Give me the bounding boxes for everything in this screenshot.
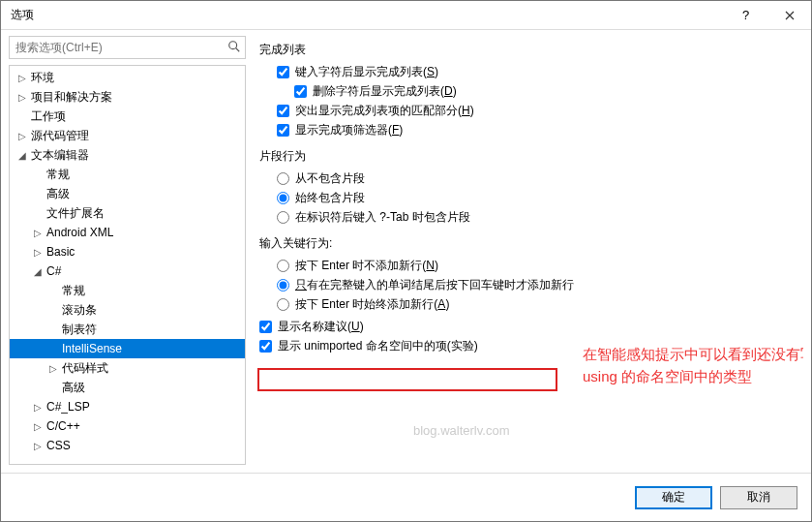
tree-node-label: 常规 xyxy=(60,283,85,299)
tree-node--[interactable]: ▷项目和解决方案 xyxy=(10,87,245,107)
radio[interactable] xyxy=(277,211,289,224)
opt-show-name-suggestions[interactable]: 显示名称建议(U) xyxy=(259,319,797,335)
tree-node-label: 高级 xyxy=(45,186,70,202)
radio-always-include[interactable]: 始终包含片段 xyxy=(277,190,797,206)
tree-node-label: 高级 xyxy=(60,380,85,396)
group-completion-list: 完成列表 xyxy=(259,42,797,58)
radio[interactable] xyxy=(277,298,289,311)
tree-node--[interactable]: ▷代码样式 xyxy=(10,358,245,378)
radio-enter-always-newline[interactable]: 按下 Enter 时始终添加新行(A) xyxy=(277,296,797,313)
checkbox[interactable] xyxy=(259,321,272,333)
tree-node-label: 文件扩展名 xyxy=(45,205,105,222)
tree-node-c-lsp[interactable]: ▷C#_LSP xyxy=(10,397,245,416)
chevron-right-icon[interactable]: ▷ xyxy=(31,421,45,432)
dialog-footer: 确定 取消 xyxy=(1,473,811,521)
tree-node-label: 常规 xyxy=(45,167,70,183)
tree-node-basic[interactable]: ▷Basic xyxy=(10,242,245,261)
tree-node--[interactable]: 常规 xyxy=(10,281,245,300)
tree-node-label: C# xyxy=(45,264,61,278)
tree-node--[interactable]: ◢文本编辑器 xyxy=(10,145,245,165)
help-button[interactable]: ? xyxy=(724,1,767,30)
tree-node-css[interactable]: ▷CSS xyxy=(10,436,245,455)
category-tree: ▷环境▷项目和解决方案工作项▷源代码管理◢文本编辑器常规高级文件扩展名▷Andr… xyxy=(10,66,245,457)
tree-node--[interactable]: ▷环境 xyxy=(10,68,245,87)
tree-node-label: 工作项 xyxy=(29,108,66,125)
options-dialog: 选项 ? ▷环境▷项目和解决方案工作项▷源代码管理◢文本编辑器常规高级文件扩展名… xyxy=(0,0,812,522)
tree-node--[interactable]: 制表符 xyxy=(10,320,245,339)
svg-line-1 xyxy=(236,48,240,52)
chevron-right-icon[interactable]: ▷ xyxy=(31,228,45,238)
tree-node-c-c-[interactable]: ▷C/C++ xyxy=(10,416,245,436)
tree-node-c-[interactable]: ◢C# xyxy=(10,261,245,281)
tree-node--[interactable]: 常规 xyxy=(10,165,245,184)
chevron-down-icon[interactable]: ◢ xyxy=(31,266,45,277)
titlebar: 选项 ? xyxy=(1,1,811,30)
settings-panel: 完成列表 键入字符后显示完成列表(S) 删除字符后显示完成列表(D) 突出显示完… xyxy=(254,36,803,465)
opt-highlight-matching[interactable]: 突出显示完成列表项的匹配部分(H) xyxy=(277,103,797,119)
tree-node-label: 制表符 xyxy=(60,322,97,338)
radio[interactable] xyxy=(277,192,289,204)
chevron-right-icon[interactable]: ▷ xyxy=(31,441,45,451)
tree-node-intellisense[interactable]: IntelliSense xyxy=(10,339,245,358)
chevron-right-icon[interactable]: ▷ xyxy=(15,73,29,83)
radio-enter-no-newline[interactable]: 按下 Enter 时不添加新行(N) xyxy=(277,258,797,274)
checkbox[interactable] xyxy=(259,340,272,353)
chevron-right-icon[interactable]: ▷ xyxy=(31,402,45,413)
checkbox[interactable] xyxy=(277,66,289,78)
checkbox[interactable] xyxy=(277,105,289,117)
ok-button[interactable]: 确定 xyxy=(635,486,712,509)
checkbox[interactable] xyxy=(294,85,307,98)
chevron-right-icon[interactable]: ▷ xyxy=(46,363,60,374)
tree-node-label: 源代码管理 xyxy=(29,128,89,144)
tree-node-label: 环境 xyxy=(29,70,54,86)
tree-node-android-xml[interactable]: ▷Android XML xyxy=(10,223,245,242)
tree-node-label: Android XML xyxy=(45,226,113,239)
chevron-right-icon[interactable]: ▷ xyxy=(15,131,29,141)
tree-node--[interactable]: 滚动条 xyxy=(10,300,245,320)
tree-node-label: 项目和解决方案 xyxy=(29,89,112,106)
tree-node-label: CSS xyxy=(45,439,71,452)
annotation-highlight-box xyxy=(257,368,557,391)
tree-node-label: 文本编辑器 xyxy=(29,147,89,164)
tree-node-label: 滚动条 xyxy=(60,302,97,319)
cancel-button[interactable]: 取消 xyxy=(720,486,797,509)
tree-node-label: Basic xyxy=(45,245,75,259)
opt-show-after-typing[interactable]: 键入字符后显示完成列表(S) xyxy=(277,64,797,80)
search-icon xyxy=(227,40,241,53)
chevron-right-icon[interactable]: ▷ xyxy=(31,247,45,258)
tree-node--[interactable]: 工作项 xyxy=(10,107,245,126)
tree-node-label: C#_LSP xyxy=(45,400,90,414)
checkbox[interactable] xyxy=(277,124,289,137)
tree-node--[interactable]: 高级 xyxy=(10,184,245,203)
chevron-down-icon[interactable]: ◢ xyxy=(15,150,29,161)
radio-never-include[interactable]: 从不包含片段 xyxy=(277,170,797,187)
annotation-text: 在智能感知提示中可以看到还没有写 using 的命名空间中的类型 xyxy=(583,344,803,387)
radio-tab-include[interactable]: 在标识符后键入 ?-Tab 时包含片段 xyxy=(277,209,797,226)
tree-node--[interactable]: 高级 xyxy=(10,378,245,397)
close-button[interactable] xyxy=(767,1,811,30)
opt-show-filters[interactable]: 显示完成项筛选器(F) xyxy=(277,122,797,138)
tree-scroll[interactable]: ▷环境▷项目和解决方案工作项▷源代码管理◢文本编辑器常规高级文件扩展名▷Andr… xyxy=(9,65,246,465)
search-box[interactable] xyxy=(9,36,246,59)
watermark: blog.walterlv.com xyxy=(413,423,509,438)
tree-node-label: 代码样式 xyxy=(60,360,108,377)
left-panel: ▷环境▷项目和解决方案工作项▷源代码管理◢文本编辑器常规高级文件扩展名▷Andr… xyxy=(9,36,246,465)
tree-node-label: C/C++ xyxy=(45,419,80,433)
radio-enter-on-full-word[interactable]: 只有在完整键入的单词结尾后按下回车键时才添加新行 xyxy=(277,277,797,293)
radio[interactable] xyxy=(277,260,289,272)
tree-node-label: IntelliSense xyxy=(60,342,122,355)
group-enter-behavior: 输入关键行为: xyxy=(259,235,797,252)
search-input[interactable] xyxy=(10,37,245,58)
group-snippet-behavior: 片段行为 xyxy=(259,148,797,165)
tree-node--[interactable]: 文件扩展名 xyxy=(10,203,245,223)
chevron-right-icon[interactable]: ▷ xyxy=(15,92,29,103)
window-title: 选项 xyxy=(11,7,724,23)
radio[interactable] xyxy=(277,172,289,185)
tree-node--[interactable]: ▷源代码管理 xyxy=(10,126,245,145)
opt-show-after-delete[interactable]: 删除字符后显示完成列表(D) xyxy=(294,83,797,100)
svg-point-0 xyxy=(229,42,237,49)
radio[interactable] xyxy=(277,279,289,292)
